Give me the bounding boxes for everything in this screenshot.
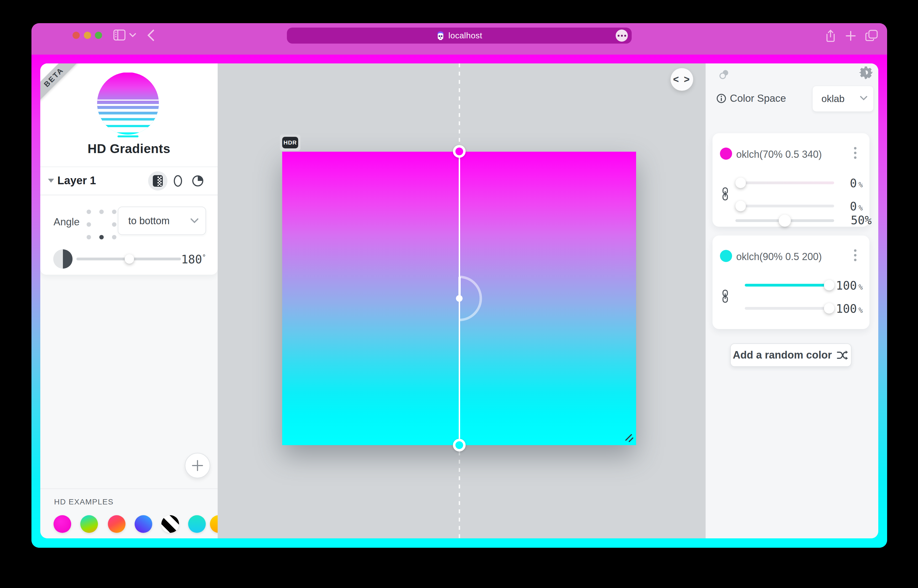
chevron-down-icon (860, 95, 868, 101)
conic-gradient-icon (192, 175, 204, 187)
share-icon[interactable] (825, 29, 836, 42)
app-container: BETA (40, 63, 878, 538)
color-swatch-magenta[interactable] (720, 147, 732, 160)
add-layer-button[interactable] (185, 453, 210, 478)
link-sliders-icon[interactable] (720, 187, 730, 200)
midpoint-icon (719, 69, 730, 80)
value-number: 50 (851, 213, 865, 227)
value-unit: % (858, 204, 863, 212)
minimize-window-button[interactable] (84, 32, 91, 39)
color-panel: Color Space oklab oklch(70% 0.5 340) (706, 63, 878, 538)
color-stop-card: oklch(90% 0.5 200) 100% (713, 236, 870, 329)
url-text: localhost (449, 31, 482, 40)
gradient-stop-handle-bottom[interactable] (453, 439, 465, 451)
browser-window: localhost (31, 23, 887, 548)
shuffle-icon (837, 350, 849, 360)
angle-halfmoon-icon (53, 249, 73, 269)
divider (40, 195, 218, 195)
value-number: 100 (836, 302, 857, 315)
app-logo-retro-sun-icon (97, 73, 159, 137)
value-number: 0 (850, 176, 857, 190)
app-title: HD Gradients (40, 141, 218, 156)
angle-slider-row: 180° (40, 243, 218, 275)
direction-dot-selected[interactable] (99, 235, 104, 239)
angle-slider-thumb[interactable] (125, 254, 134, 264)
midpoint-slider-thumb[interactable] (779, 215, 791, 227)
color-value: oklch(70% 0.5 340) (736, 149, 822, 160)
slider-thumb[interactable] (735, 201, 746, 211)
color-space-row: Color Space oklab (706, 90, 878, 108)
value-number: 100 (836, 279, 857, 292)
gradient-type-linear-button[interactable] (148, 171, 167, 191)
info-icon[interactable] (716, 94, 726, 103)
address-bar[interactable]: localhost (287, 27, 632, 44)
color-space-dropdown[interactable]: oklab (812, 86, 874, 112)
angle-row: Angle to bottom (40, 199, 218, 243)
kebab-menu-icon[interactable] (852, 249, 859, 263)
settings-gear-icon[interactable] (859, 66, 873, 79)
angle-number: 180 (181, 253, 202, 266)
beta-ribbon: BETA (40, 63, 89, 112)
slider-value: 0% (819, 200, 863, 213)
site-favicon (436, 31, 444, 40)
value-unit: % (858, 306, 863, 314)
close-window-button[interactable] (73, 32, 80, 39)
direction-dropdown[interactable]: to bottom (118, 207, 206, 235)
slider-value: 100% (819, 302, 863, 315)
layer-collapse-caret-icon[interactable] (48, 179, 54, 183)
angle-label: Angle (53, 216, 80, 228)
color-swatch-cyan[interactable] (720, 250, 732, 262)
tab-overview-icon[interactable] (865, 29, 878, 42)
value-unit: % (858, 181, 863, 189)
radial-gradient-icon (173, 175, 183, 187)
hd-examples-label: HD EXAMPLES (54, 498, 114, 506)
resize-grip-icon[interactable] (622, 431, 635, 444)
chevron-down-icon (190, 218, 199, 224)
example-swatch-bw-stripes[interactable] (162, 515, 179, 533)
color-space-label: Color Space (730, 93, 786, 104)
page-background: BETA (31, 55, 887, 548)
example-swatch-green[interactable] (80, 515, 98, 533)
sidebar-top-section: BETA (40, 63, 218, 275)
color-stop-card: oklch(70% 0.5 340) 0% (713, 133, 870, 227)
gradient-axis-dashed-line (459, 63, 460, 145)
example-swatch-cyan[interactable] (188, 515, 206, 533)
beta-ribbon-label: BETA (42, 66, 65, 89)
gradient-center-handle[interactable] (456, 295, 462, 302)
kebab-menu-icon[interactable] (852, 147, 859, 160)
link-sliders-icon[interactable] (720, 289, 730, 303)
value-unit: % (865, 213, 872, 227)
plus-icon (191, 459, 204, 472)
color-space-value: oklab (821, 93, 845, 104)
value-unit: % (858, 283, 863, 291)
example-swatch-blue-purple[interactable] (135, 515, 152, 533)
add-random-color-label: Add a random color (733, 349, 832, 361)
slider-thumb[interactable] (735, 178, 746, 188)
example-swatch-magenta[interactable] (53, 515, 71, 533)
new-tab-icon[interactable] (845, 30, 856, 41)
slider-value: 100% (819, 279, 863, 292)
chevron-down-icon[interactable] (129, 32, 136, 37)
direction-dot-grid[interactable] (87, 210, 116, 239)
angle-value: 180° (181, 253, 206, 266)
layer-name: Layer 1 (57, 174, 96, 187)
sidebar-toggle-icon[interactable] (113, 29, 126, 41)
midpoint-value: 50% (827, 213, 872, 227)
add-random-color-button[interactable]: Add a random color (730, 343, 852, 367)
show-css-code-button[interactable]: < > (671, 68, 693, 91)
maximize-window-button[interactable] (95, 32, 102, 39)
gradient-type-conic-button[interactable] (188, 171, 207, 191)
layer-row[interactable]: Layer 1 (40, 167, 218, 195)
back-button-icon[interactable] (147, 29, 155, 41)
color-value: oklch(90% 0.5 200) (736, 251, 822, 263)
sidebar: BETA (40, 63, 218, 538)
linear-gradient-icon (152, 175, 163, 187)
example-swatch-yellow[interactable] (210, 515, 218, 533)
page-options-button[interactable] (616, 29, 628, 42)
gradient-type-radial-button[interactable] (168, 171, 187, 191)
example-swatch-sunset[interactable] (108, 515, 126, 533)
gradient-canvas: HDR < > (218, 63, 706, 538)
angle-unit: ° (202, 254, 206, 261)
hd-examples-section: HD EXAMPLES (40, 488, 218, 538)
gradient-stop-handle-top[interactable] (453, 145, 465, 158)
